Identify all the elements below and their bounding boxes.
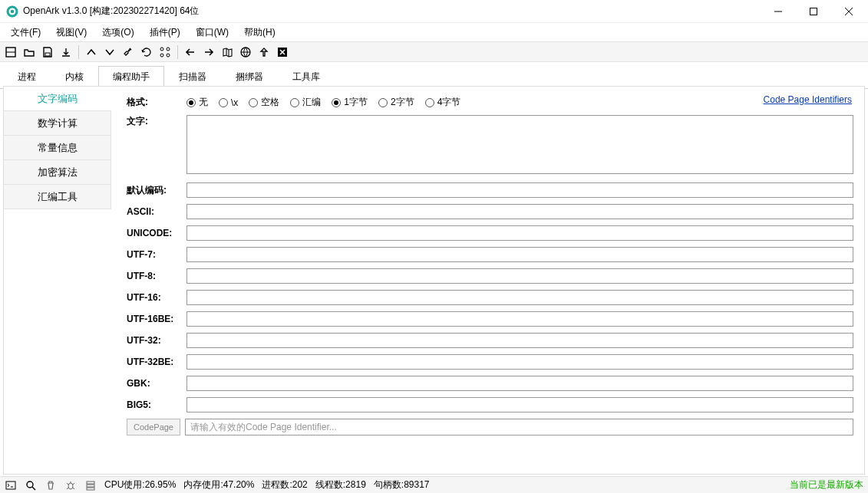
svg-rect-23 [87, 488, 94, 490]
open-icon[interactable] [21, 44, 37, 60]
menu-windows[interactable]: 窗口(W) [188, 25, 236, 41]
new-icon[interactable] [3, 44, 18, 60]
utf8-field[interactable] [186, 268, 853, 284]
menu-options[interactable]: 选项(O) [94, 25, 141, 41]
app-logo-icon [6, 5, 18, 18]
svg-point-10 [167, 48, 170, 51]
menu-plugins[interactable]: 插件(P) [142, 25, 188, 41]
svg-point-11 [160, 54, 163, 57]
ascii-field[interactable] [186, 204, 853, 219]
encoding-panel: Code Page Identifiers 格式: 无 \x 空格 汇编 1字节… [111, 87, 864, 474]
sidetab-asm[interactable]: 汇编工具 [4, 185, 111, 209]
codepage-input[interactable] [185, 419, 853, 435]
radio-none[interactable]: 无 [186, 96, 208, 109]
trash-icon[interactable] [45, 479, 57, 491]
utf8-label: UTF-8: [127, 271, 186, 281]
status-latest: 当前已是最新版本 [790, 478, 863, 491]
radio-asm[interactable]: 汇编 [290, 96, 321, 109]
down-icon[interactable] [102, 44, 117, 60]
back-icon[interactable] [183, 44, 198, 60]
maximize-button[interactable] [796, 0, 831, 23]
search-icon[interactable] [25, 479, 37, 491]
minimize-button[interactable] [761, 0, 796, 23]
big5-field[interactable] [186, 397, 853, 412]
stack-icon[interactable] [84, 479, 97, 491]
default-label: 默认编码: [127, 184, 186, 197]
svg-rect-22 [87, 485, 94, 487]
side-tabs: 文字编码 数学计算 常量信息 加密算法 汇编工具 [4, 87, 111, 474]
status-bar: CPU使用:26.95% 内存使用:47.20% 进程数:202 线程数:281… [0, 476, 868, 493]
radio-4byte[interactable]: 4字节 [425, 96, 461, 109]
share-icon[interactable] [256, 44, 272, 60]
map-icon[interactable] [219, 44, 235, 60]
big5-label: BIG5: [127, 399, 186, 410]
utf7-field[interactable] [186, 247, 853, 262]
export-icon[interactable] [58, 44, 74, 60]
utf16-label: UTF-16: [127, 292, 186, 303]
default-field[interactable] [186, 182, 853, 198]
codepage-link[interactable]: Code Page Identifiers [764, 94, 852, 105]
menu-file[interactable]: 文件(F) [3, 25, 48, 41]
ascii-label: ASCII: [127, 206, 186, 217]
content-panel: 文字编码 数学计算 常量信息 加密算法 汇编工具 Code Page Ident… [3, 86, 865, 475]
radio-1byte[interactable]: 1字节 [332, 96, 368, 109]
utf32be-label: UTF-32BE: [127, 357, 186, 367]
text-input[interactable] [186, 115, 853, 174]
close-all-icon[interactable] [275, 44, 290, 60]
utf32-label: UTF-32: [127, 335, 186, 346]
svg-point-12 [167, 54, 170, 57]
window-controls [761, 0, 866, 23]
unicode-field[interactable] [186, 225, 853, 241]
sidetab-crypto[interactable]: 加密算法 [4, 160, 111, 185]
toolbar-separator [78, 45, 79, 59]
utf7-label: UTF-7: [127, 249, 186, 260]
status-cpu: CPU使用:26.95% [104, 478, 176, 491]
window-title: OpenArk v1.3.0 [构建:202302271420] 64位 [23, 5, 761, 18]
status-proc: 进程数:202 [262, 478, 307, 491]
utf16-field[interactable] [186, 290, 853, 305]
menu-help[interactable]: 帮助(H) [236, 25, 283, 41]
radio-2byte[interactable]: 2字节 [378, 96, 414, 109]
refresh-icon[interactable] [139, 44, 154, 60]
svg-rect-17 [6, 481, 15, 489]
svg-rect-8 [45, 53, 50, 56]
status-handle: 句柄数:89317 [374, 478, 430, 491]
toolbar-separator [177, 45, 178, 59]
up-icon[interactable] [84, 44, 99, 60]
bug-icon[interactable] [64, 479, 77, 491]
unicode-label: UNICODE: [127, 228, 186, 238]
save-icon[interactable] [40, 44, 55, 60]
format-label: 格式: [127, 96, 186, 109]
svg-point-9 [160, 48, 163, 51]
status-mem: 内存使用:47.20% [183, 478, 254, 491]
status-thread: 线程数:2819 [315, 478, 366, 491]
gbk-field[interactable] [186, 376, 853, 391]
sidetab-math[interactable]: 数学计算 [4, 111, 111, 136]
svg-point-1 [11, 9, 14, 12]
title-bar: OpenArk v1.3.0 [构建:202302271420] 64位 [0, 0, 868, 23]
utf32-field[interactable] [186, 333, 853, 348]
svg-point-20 [68, 483, 73, 489]
text-label: 文字: [127, 115, 186, 128]
svg-point-18 [27, 481, 33, 488]
radio-slashx[interactable]: \x [219, 97, 238, 108]
sidetab-encoding[interactable]: 文字编码 [4, 87, 111, 111]
utf16be-label: UTF-16BE: [127, 314, 186, 324]
radio-space[interactable]: 空格 [249, 96, 279, 109]
terminal-icon[interactable] [5, 479, 17, 491]
globe-icon[interactable] [238, 44, 253, 60]
grid-icon[interactable] [157, 44, 173, 60]
gbk-label: GBK: [127, 378, 186, 389]
svg-rect-21 [87, 481, 94, 484]
wrench-icon[interactable] [120, 44, 136, 60]
close-button[interactable] [831, 0, 866, 23]
svg-rect-3 [810, 8, 817, 15]
main-tabs: 进程 内核 编程助手 扫描器 捆绑器 工具库 [0, 62, 868, 89]
utf16be-field[interactable] [186, 311, 853, 327]
menu-view[interactable]: 视图(V) [48, 25, 94, 41]
forward-icon[interactable] [201, 44, 216, 60]
sidetab-consts[interactable]: 常量信息 [4, 136, 111, 160]
codepage-button[interactable]: CodePage [127, 419, 180, 435]
utf32be-field[interactable] [186, 354, 853, 370]
menu-bar: 文件(F) 视图(V) 选项(O) 插件(P) 窗口(W) 帮助(H) [0, 23, 868, 41]
